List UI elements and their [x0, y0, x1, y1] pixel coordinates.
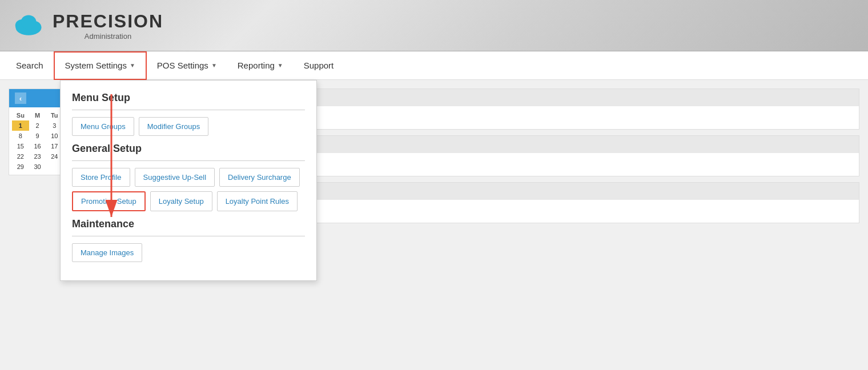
nav-reporting[interactable]: Reporting ▼: [227, 51, 294, 80]
cal-day-30[interactable]: 30: [29, 162, 46, 172]
header: PRECISION Administration: [0, 0, 868, 51]
general-setup-divider: [72, 160, 305, 161]
promotion-setup-button[interactable]: Promotion Setup: [72, 191, 146, 211]
settings-panel: T SETTINGS: [237, 135, 859, 176]
nav-search-label: Search: [16, 61, 43, 70]
nav-search[interactable]: Search: [6, 51, 54, 80]
day-header-m: M: [29, 110, 46, 120]
nav-pos-settings-label: POS Settings: [157, 61, 208, 70]
nav-support-label: Support: [304, 61, 334, 70]
store-profile-button[interactable]: Store Profile: [72, 168, 130, 187]
system-settings-arrow-icon: ▼: [130, 62, 135, 69]
loyalty-setup-button[interactable]: Loyalty Setup: [150, 191, 212, 211]
day-header-su: Su: [12, 110, 29, 120]
maintenance-divider: [72, 236, 305, 236]
nav-pos-settings[interactable]: POS Settings ▼: [147, 51, 227, 80]
menu-groups-button[interactable]: Menu Groups: [72, 117, 134, 136]
links-panel-header: LINKS: [238, 89, 859, 106]
menu-setup-title: Menu Setup: [72, 92, 305, 104]
loyalty-point-rules-button[interactable]: Loyalty Point Rules: [217, 191, 298, 211]
maintenance-title: Maintenance: [72, 218, 305, 230]
nav-support[interactable]: Support: [294, 51, 344, 80]
app-subtitle: Administration: [53, 32, 163, 41]
menu-setup-grid: Menu Groups Modifier Groups: [72, 117, 305, 136]
modifier-groups-button[interactable]: Modifier Groups: [139, 117, 208, 136]
general-setup-grid: Store Profile Suggestive Up-Sell Deliver…: [72, 168, 305, 211]
navbar: Search System Settings ▼ POS Settings ▼ …: [0, 51, 868, 80]
calendar-prev-button[interactable]: ‹: [15, 92, 26, 104]
cal-day-15[interactable]: 15: [12, 141, 29, 151]
pos-settings-arrow-icon: ▼: [211, 62, 217, 69]
manage-images-button[interactable]: Manage Images: [72, 243, 142, 262]
delivery-surcharge-button[interactable]: Delivery Surcharge: [219, 168, 300, 187]
cal-day-16[interactable]: 16: [29, 141, 46, 151]
reporting-arrow-icon: ▼: [278, 62, 283, 69]
cal-day-23[interactable]: 23: [29, 151, 46, 162]
cal-day-2[interactable]: 2: [29, 120, 46, 131]
general-setup-title: General Setup: [72, 143, 305, 155]
links-panel-body: [238, 106, 859, 129]
logo-area: PRECISION Administration: [11, 11, 163, 41]
links-panel: LINKS: [237, 89, 859, 130]
cal-day-29[interactable]: 29: [12, 162, 29, 172]
nav-system-settings-label: System Settings: [65, 61, 127, 70]
cal-day-22[interactable]: 22: [12, 151, 29, 162]
svg-point-3: [21, 15, 37, 29]
menu-setup-divider: [72, 110, 305, 110]
right-panel: LINKS T SETTINGS S LIST: [228, 80, 868, 370]
logo-text: PRECISION Administration: [53, 11, 163, 41]
cal-day-8[interactable]: 8: [12, 131, 29, 141]
cloud-icon: [11, 13, 46, 38]
suggestive-upsell-button[interactable]: Suggestive Up-Sell: [135, 168, 215, 187]
settings-panel-body: [238, 153, 859, 176]
app-title: PRECISION: [53, 11, 163, 32]
nav-system-settings[interactable]: System Settings ▼: [54, 51, 147, 80]
nav-reporting-label: Reporting: [238, 61, 275, 70]
list-panel: S LIST: [237, 182, 859, 223]
maintenance-grid: Manage Images: [72, 243, 305, 262]
list-panel-header: S LIST: [238, 183, 859, 200]
settings-panel-header: T SETTINGS: [238, 136, 859, 153]
system-settings-dropdown: Menu Setup Menu Groups Modifier Groups G…: [60, 80, 317, 281]
cal-day-1[interactable]: 1: [12, 120, 29, 131]
list-panel-body: [238, 200, 859, 223]
cal-day-9[interactable]: 9: [29, 131, 46, 141]
